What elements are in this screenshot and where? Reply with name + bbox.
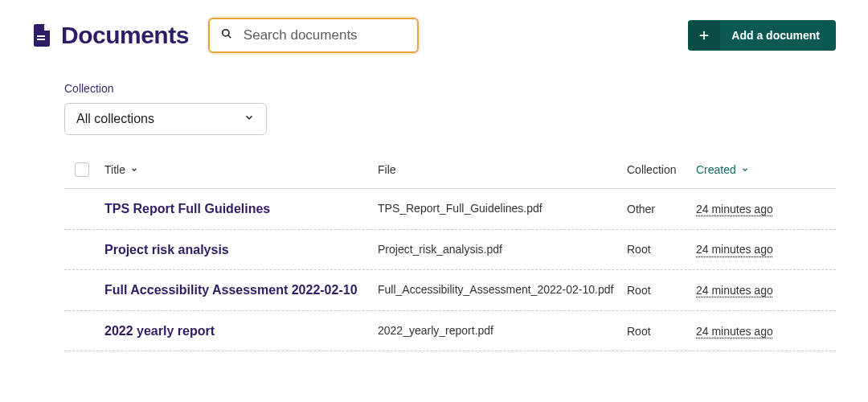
chevron-down-icon	[244, 112, 255, 126]
search-icon	[221, 28, 232, 43]
row-created[interactable]: 24 minutes ago	[696, 243, 836, 256]
collection-select[interactable]: All collections	[64, 103, 267, 135]
row-created[interactable]: 24 minutes ago	[696, 203, 836, 215]
page-header: Documents Add a document	[0, 0, 868, 53]
svg-point-2	[223, 30, 229, 36]
table-row: TPS Report Full GuidelinesTPS_Report_Ful…	[64, 189, 836, 230]
table-row: Full Accessibility Assessment 2022-02-10…	[64, 270, 836, 311]
row-file: TPS_Report_Full_Guidelines.pdf	[378, 201, 627, 217]
search-input[interactable]	[244, 27, 406, 43]
collection-selected-value: All collections	[76, 112, 154, 126]
row-created[interactable]: 24 minutes ago	[696, 325, 836, 338]
svg-line-3	[228, 35, 231, 39]
row-title[interactable]: 2022 yearly report	[104, 322, 378, 340]
row-file: Project_risk_analysis.pdf	[378, 242, 627, 258]
column-title-label: Title	[104, 163, 125, 176]
column-file[interactable]: File	[378, 163, 627, 176]
column-created[interactable]: Created	[696, 163, 836, 176]
document-icon	[32, 24, 51, 47]
search-box[interactable]	[208, 18, 419, 53]
chevron-down-icon	[130, 163, 138, 176]
table-header: Title File Collection Created	[64, 156, 836, 189]
collection-filter-label: Collection	[64, 82, 836, 95]
plus-icon	[688, 21, 720, 50]
row-collection: Root	[627, 243, 696, 256]
svg-rect-0	[37, 35, 45, 37]
table-row: Project risk analysisProject_risk_analys…	[64, 230, 836, 271]
row-collection: Root	[627, 284, 696, 297]
select-all-checkbox[interactable]	[75, 162, 89, 177]
row-created[interactable]: 24 minutes ago	[696, 284, 836, 297]
documents-table: Title File Collection Created	[64, 156, 836, 351]
title-wrap: Documents	[32, 22, 189, 49]
svg-rect-1	[37, 39, 45, 40]
table-row: 2022 yearly report2022_yearly_report.pdf…	[64, 311, 836, 352]
page-title: Documents	[61, 22, 189, 49]
add-button-label: Add a document	[720, 20, 836, 51]
chevron-down-icon	[741, 163, 749, 176]
column-title[interactable]: Title	[104, 163, 378, 176]
row-title[interactable]: TPS Report Full Guidelines	[104, 200, 378, 218]
add-document-button[interactable]: Add a document	[688, 20, 836, 51]
row-title[interactable]: Project risk analysis	[104, 241, 378, 259]
row-collection: Root	[627, 325, 696, 338]
row-title[interactable]: Full Accessibility Assessment 2022-02-10	[104, 281, 378, 299]
row-file: Full_Accessibility_Assessment_2022-02-10…	[378, 282, 627, 298]
row-collection: Other	[627, 203, 696, 215]
row-file: 2022_yearly_report.pdf	[378, 323, 627, 339]
select-all-cell	[64, 162, 104, 177]
content: Collection All collections Title Fi	[0, 53, 868, 351]
column-collection-label: Collection	[627, 163, 676, 176]
column-created-label: Created	[696, 163, 736, 176]
column-collection[interactable]: Collection	[627, 163, 696, 176]
column-file-label: File	[378, 163, 396, 176]
